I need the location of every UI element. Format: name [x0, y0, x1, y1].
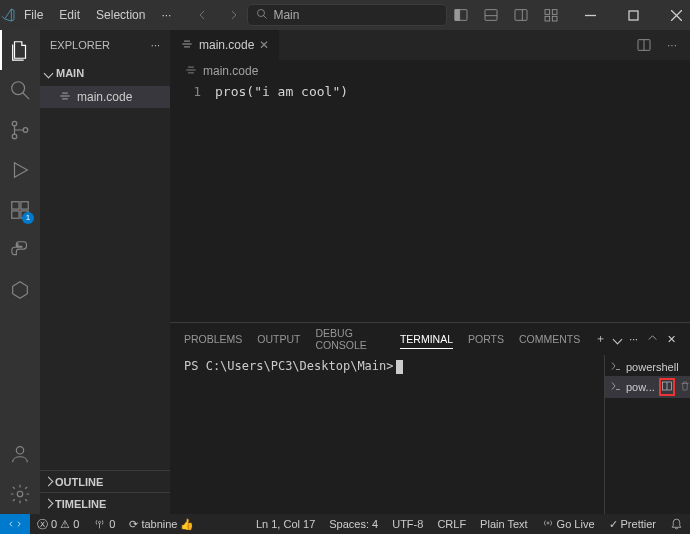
explorer-sidebar: EXPLORER ··· MAIN main.code OUTLINE TIME… — [40, 30, 170, 514]
prettier-status[interactable]: ✓ Prettier — [602, 514, 663, 534]
menu-more[interactable]: ··· — [153, 0, 179, 30]
svg-rect-7 — [545, 10, 550, 15]
tab-ports[interactable]: PORTS — [468, 330, 504, 348]
menu-selection[interactable]: Selection — [88, 0, 153, 30]
svg-point-21 — [16, 447, 23, 454]
svg-point-27 — [99, 521, 101, 523]
svg-rect-9 — [545, 16, 550, 21]
go-live-status[interactable]: Go Live — [535, 514, 602, 534]
maximize-window-button[interactable] — [612, 0, 655, 30]
breadcrumb-label: main.code — [203, 64, 258, 78]
outline-section[interactable]: OUTLINE — [40, 470, 170, 492]
tab-terminal[interactable]: TERMINAL — [400, 330, 453, 349]
indentation-status[interactable]: Spaces: 4 — [322, 514, 385, 534]
source-control-activity-icon[interactable] — [0, 110, 40, 150]
command-center-search[interactable]: Main — [247, 4, 447, 26]
toggle-panel-button[interactable] — [477, 0, 505, 30]
close-tab-button[interactable]: ✕ — [259, 38, 269, 52]
terminal-output[interactable]: PS C:\Users\PC3\Desktop\Main> — [170, 355, 604, 514]
timeline-section[interactable]: TIMELINE — [40, 492, 170, 514]
encoding-status[interactable]: UTF-8 — [385, 514, 430, 534]
tab-problems[interactable]: PROBLEMS — [184, 330, 242, 348]
nav-back-button[interactable] — [189, 4, 217, 26]
terminal-list: powershell pow... — [604, 355, 690, 514]
code-editor[interactable]: 1 pros("i am cool") — [170, 82, 690, 322]
extensions-activity-icon[interactable]: 1 — [0, 190, 40, 230]
terminal-icon — [610, 360, 622, 374]
toggle-primary-sidebar-button[interactable] — [447, 0, 475, 30]
svg-point-13 — [12, 82, 25, 95]
search-text: Main — [273, 8, 299, 22]
editor-tab[interactable]: main.code ✕ — [170, 30, 280, 60]
outline-label: OUTLINE — [55, 476, 103, 488]
accounts-activity-icon[interactable] — [0, 434, 40, 474]
go-live-label: Go Live — [557, 518, 595, 530]
code-line: pros("i am cool") — [215, 84, 348, 322]
close-window-button[interactable] — [655, 0, 690, 30]
chevron-down-icon[interactable] — [613, 334, 623, 344]
broadcast-icon — [542, 517, 554, 531]
tab-output[interactable]: OUTPUT — [257, 330, 300, 348]
terminal-prompt: PS C:\Users\PC3\Desktop\Main> — [184, 359, 394, 373]
file-tree-item[interactable]: main.code — [40, 86, 170, 108]
kill-terminal-button[interactable] — [679, 380, 690, 394]
prettier-label: Prettier — [621, 518, 656, 530]
svg-rect-2 — [455, 10, 460, 21]
split-terminal-button[interactable] — [659, 378, 675, 396]
hex-activity-icon[interactable] — [0, 270, 40, 310]
svg-rect-19 — [12, 211, 19, 218]
new-terminal-button[interactable]: ＋ — [595, 332, 606, 346]
explorer-title: EXPLORER — [50, 39, 110, 51]
python-activity-icon[interactable] — [0, 230, 40, 270]
close-panel-button[interactable]: ✕ — [667, 333, 676, 345]
menu-edit[interactable]: Edit — [51, 0, 88, 30]
tabnine-status[interactable]: ⟳ tabnine 👍 — [122, 514, 201, 534]
customize-layout-button[interactable] — [537, 0, 565, 30]
terminal-list-label: pow... — [626, 381, 655, 393]
file-tree-item-label: main.code — [77, 90, 132, 104]
svg-point-0 — [258, 9, 265, 16]
problems-status[interactable]: ⓧ0 ⚠0 — [30, 514, 86, 534]
notifications-status[interactable] — [663, 514, 690, 534]
tab-debug-console[interactable]: DEBUG CONSOLE — [316, 324, 385, 354]
maximize-panel-button[interactable] — [646, 332, 659, 347]
svg-rect-12 — [629, 11, 638, 20]
vscode-logo-icon — [0, 7, 16, 23]
status-bar: ⓧ0 ⚠0 0 ⟳ tabnine 👍 Ln 1, Col 17 Spaces:… — [0, 514, 690, 534]
svg-rect-8 — [553, 10, 558, 15]
timeline-label: TIMELINE — [55, 498, 106, 510]
settings-activity-icon[interactable] — [0, 474, 40, 514]
svg-rect-5 — [515, 10, 527, 21]
eol-status[interactable]: CRLF — [430, 514, 473, 534]
panel-more-button[interactable]: ··· — [629, 333, 638, 345]
warnings-count: 0 — [73, 518, 79, 530]
explorer-activity-icon[interactable] — [0, 30, 40, 70]
editor-more-button[interactable]: ··· — [660, 30, 684, 60]
nav-forward-button[interactable] — [219, 4, 247, 26]
breadcrumb[interactable]: main.code — [170, 60, 690, 82]
svg-rect-18 — [21, 202, 28, 209]
run-debug-activity-icon[interactable] — [0, 150, 40, 190]
check-icon: ✓ — [609, 518, 618, 531]
terminal-list-item[interactable]: powershell — [605, 358, 690, 376]
ports-status[interactable]: 0 — [86, 514, 122, 534]
search-activity-icon[interactable] — [0, 70, 40, 110]
folder-header[interactable]: MAIN — [40, 60, 170, 86]
terminal-list-label: powershell — [626, 361, 679, 373]
warning-icon: ⚠ — [60, 518, 70, 531]
menu-file[interactable]: File — [16, 0, 51, 30]
tab-comments[interactable]: COMMENTS — [519, 330, 580, 348]
code-file-icon — [58, 89, 72, 106]
remote-button[interactable] — [0, 514, 30, 534]
toggle-secondary-sidebar-button[interactable] — [507, 0, 535, 30]
minimize-window-button[interactable] — [569, 0, 612, 30]
cursor-position-status[interactable]: Ln 1, Col 17 — [249, 514, 322, 534]
terminal-list-item[interactable]: pow... — [605, 376, 690, 398]
explorer-more-button[interactable]: ··· — [151, 39, 160, 51]
errors-count: 0 — [51, 518, 57, 530]
split-editor-button[interactable] — [632, 30, 656, 60]
svg-rect-17 — [12, 202, 19, 209]
svg-point-16 — [23, 128, 28, 133]
language-mode-status[interactable]: Plain Text — [473, 514, 535, 534]
code-file-icon — [180, 37, 194, 54]
